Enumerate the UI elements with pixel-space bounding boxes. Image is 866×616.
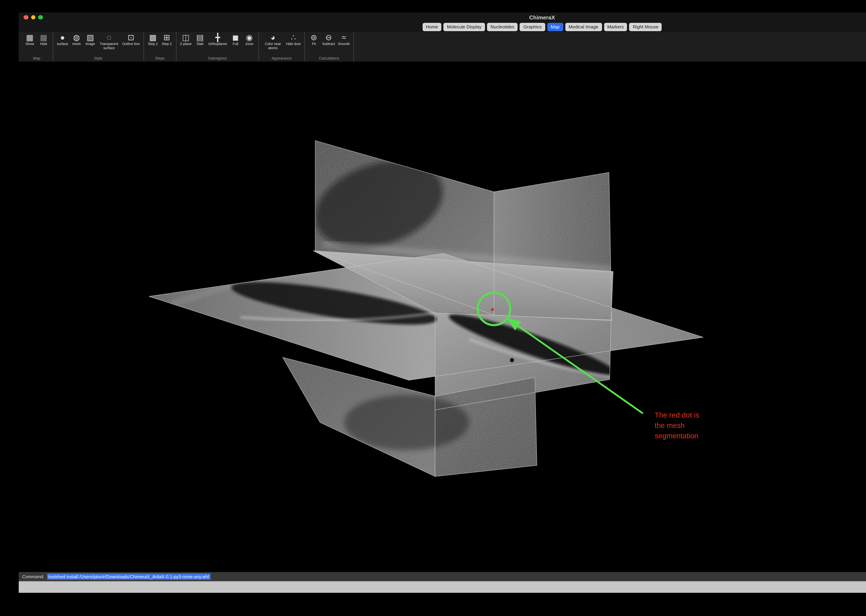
subtract-icon: ⊖ xyxy=(325,33,332,42)
hide-dust-icon: ∴ xyxy=(291,33,296,42)
z-plane-icon: ◫ xyxy=(182,33,190,42)
toolbar-section-label: Subregions xyxy=(180,55,255,61)
toolbar-button-step-1[interactable]: ▩ Step 1 xyxy=(147,33,159,46)
mesh-icon: ◍ xyxy=(73,33,80,42)
toolbar-button-show-map[interactable]: ▦ Show xyxy=(24,33,35,46)
toolbar-button-mesh[interactable]: ◍ mesh xyxy=(71,33,82,46)
tab-nucleotides[interactable]: Nucleotides xyxy=(487,23,518,31)
toolbar-button-smooth[interactable]: ≈ Smooth xyxy=(338,33,350,46)
toolbar-button-color-near-atoms[interactable]: ◕ Color near atoms xyxy=(263,33,283,50)
command-label: Command: xyxy=(22,574,44,579)
annotation-text: The red dot is the mesh segmentation xyxy=(655,410,699,441)
toolbar-button-image[interactable]: ▨ image xyxy=(85,33,96,46)
toolbar-section-appearance: ◕ Color near atoms ∴ Hide dust Appearanc… xyxy=(259,32,305,61)
toolbar-section-style: ● surface ◍ mesh ▨ image ◌ Transparent s… xyxy=(54,32,144,61)
title-bar: ChimeraX xyxy=(19,13,866,22)
toolbar-button-outline-box[interactable]: ⊡ Outline box xyxy=(122,33,140,46)
toolbar-section-label: Style xyxy=(57,55,140,61)
fit-icon: ⊚ xyxy=(310,33,317,42)
toolbar-section-calculations: ⊚ Fit ⊖ Subtract ≈ Smooth Calculations xyxy=(305,32,354,61)
toolbar-section-map: ▦ Show ▦ Hide Map xyxy=(21,32,54,61)
toolbar-button-fit[interactable]: ⊚ Fit xyxy=(308,33,320,46)
full-region-icon: ◼ xyxy=(232,33,239,42)
toolbar-button-z-plane[interactable]: ◫ Z-plane xyxy=(180,33,192,46)
tab-right-mouse[interactable]: Right Mouse xyxy=(630,23,662,31)
toolbar-button-surface[interactable]: ● surface xyxy=(57,33,68,46)
close-window-button[interactable] xyxy=(24,15,28,19)
toolbar-button-full[interactable]: ◼ Full xyxy=(230,33,241,46)
toolbar-button-hide-map[interactable]: ▦ Hide xyxy=(38,33,49,46)
slab-icon: ▤ xyxy=(196,33,204,42)
tab-markers[interactable]: Markers xyxy=(604,23,627,31)
tab-graphics[interactable]: Graphics xyxy=(520,23,545,31)
mesh-segmentation-red-dot xyxy=(491,308,494,311)
annotation-line: The red dot is xyxy=(655,410,699,420)
tab-medical-image[interactable]: Medical Image xyxy=(565,23,602,31)
orthoplanes-icon: ╋ xyxy=(215,33,220,42)
toolbar-section-steps: ▩ Step 1 ⊞ Step 2 Steps xyxy=(144,32,176,61)
tab-home[interactable]: Home xyxy=(422,23,441,31)
step-1-icon: ▩ xyxy=(149,33,157,42)
main-area: The red dot is the mesh segmentation × ▫… xyxy=(19,62,866,572)
toolbar-button-subtract[interactable]: ⊖ Subtract xyxy=(322,33,335,46)
tab-molecule-display[interactable]: Molecule Display xyxy=(444,23,485,31)
outline-box-icon: ⊡ xyxy=(128,33,134,42)
transparent-surface-icon: ◌ xyxy=(107,33,111,42)
ribbon-tab-bar: Home Molecule Display Nucleotides Graphi… xyxy=(19,22,866,32)
map-show-icon: ▦ xyxy=(26,33,34,42)
toolbar-button-transparent-surface[interactable]: ◌ Transparent surface xyxy=(99,33,120,50)
toolbar-section-label: Steps xyxy=(147,55,172,61)
annotation-line: segmentation xyxy=(655,431,699,441)
image-style-icon: ▨ xyxy=(87,33,94,42)
command-input-selected-text[interactable]: toolshed install /Users/pkorir/Downloads… xyxy=(47,574,210,580)
smooth-icon: ≈ xyxy=(342,33,346,42)
minimize-window-button[interactable] xyxy=(31,15,35,19)
toolbar-section-label: Calculations xyxy=(308,55,350,61)
status-bar: ⊞ / xyxy=(19,581,866,593)
map-hide-icon: ▦ xyxy=(40,33,47,42)
zone-icon: ◉ xyxy=(246,33,253,42)
screen: ChimeraX Home Molecule Display Nucleotid… xyxy=(0,0,866,616)
toolbar-button-step-2[interactable]: ⊞ Step 2 xyxy=(161,33,172,46)
toolbar-button-orthoplanes[interactable]: ╋ Orthoplanes xyxy=(208,33,227,46)
toolbar-section-label: Map xyxy=(24,55,49,61)
map-toolbar: ▦ Show ▦ Hide Map ● surface xyxy=(19,32,866,62)
annotation-line: the mesh xyxy=(655,420,699,431)
toolbar-button-slab[interactable]: ▤ Slab xyxy=(195,33,206,46)
surface-icon: ● xyxy=(60,33,65,42)
toolbar-section-subregions: ◫ Z-plane ▤ Slab ╋ Orthoplanes ◼ Full xyxy=(176,32,259,61)
traffic-lights xyxy=(24,15,43,19)
graphics-viewport[interactable]: The red dot is the mesh segmentation xyxy=(19,62,866,572)
zoom-window-button[interactable] xyxy=(38,15,43,19)
app-window: ChimeraX Home Molecule Display Nucleotid… xyxy=(19,13,866,593)
step-2-icon: ⊞ xyxy=(164,33,170,42)
tab-map[interactable]: Map xyxy=(547,23,563,31)
toolbar-button-zone[interactable]: ◉ Zone xyxy=(244,33,255,46)
toolbar-section-label: Appearance xyxy=(263,55,301,61)
color-near-atoms-icon: ◕ xyxy=(271,33,276,42)
toolbar-button-hide-dust[interactable]: ∴ Hide dust xyxy=(286,33,301,46)
tomogram-orthoplanes-view[interactable] xyxy=(19,62,866,572)
window-title: ChimeraX xyxy=(19,14,866,20)
command-bar[interactable]: Command: toolshed install /Users/pkorir/… xyxy=(19,572,866,581)
